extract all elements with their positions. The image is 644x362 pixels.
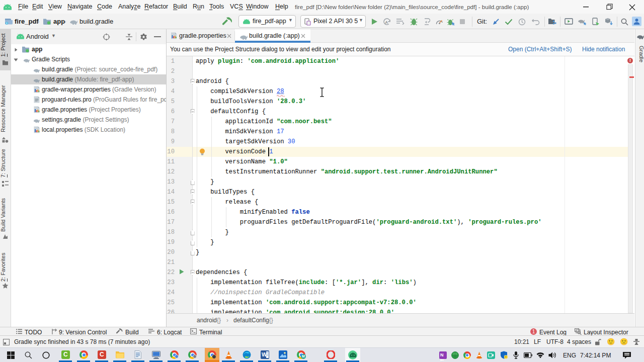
svg-text:A: A xyxy=(385,20,388,25)
